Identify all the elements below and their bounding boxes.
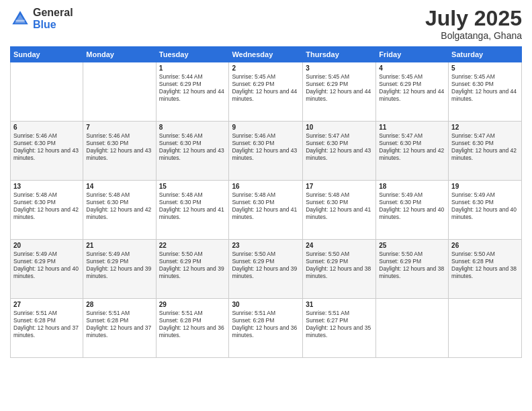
calendar-cell: 23 Sunrise: 5:50 AMSunset: 6:29 PMDaylig… [229, 240, 303, 299]
cell-content: 20 Sunrise: 5:49 AMSunset: 6:29 PMDaylig… [13, 242, 80, 280]
logo-general-text: General [33, 7, 73, 18]
cell-content: 6 Sunrise: 5:46 AMSunset: 6:30 PMDayligh… [13, 124, 80, 162]
cell-info: Sunrise: 5:51 AMSunset: 6:28 PMDaylight:… [159, 310, 226, 339]
day-number: 15 [159, 183, 226, 190]
cell-info: Sunrise: 5:45 AMSunset: 6:30 PMDaylight:… [451, 73, 519, 103]
calendar-cell: 20 Sunrise: 5:49 AMSunset: 6:29 PMDaylig… [11, 240, 83, 299]
cell-info: Sunrise: 5:46 AMSunset: 6:30 PMDaylight:… [159, 132, 226, 162]
cell-content: 16 Sunrise: 5:48 AMSunset: 6:30 PMDaylig… [232, 183, 300, 221]
day-number: 14 [86, 183, 152, 190]
cell-content: 19 Sunrise: 5:49 AMSunset: 6:30 PMDaylig… [451, 183, 519, 221]
day-number: 20 [13, 242, 80, 249]
cell-info: Sunrise: 5:51 AMSunset: 6:28 PMDaylight:… [232, 310, 300, 339]
week-row-4: 20 Sunrise: 5:49 AMSunset: 6:29 PMDaylig… [11, 240, 522, 299]
cell-info: Sunrise: 5:50 AMSunset: 6:29 PMDaylight:… [159, 250, 226, 280]
calendar-cell: 4 Sunrise: 5:45 AMSunset: 6:29 PMDayligh… [376, 62, 449, 122]
svg-rect-2 [15, 19, 24, 21]
calendar-cell: 11 Sunrise: 5:47 AMSunset: 6:30 PMDaylig… [376, 122, 449, 181]
cell-info: Sunrise: 5:50 AMSunset: 6:29 PMDaylight:… [232, 250, 300, 280]
cell-info: Sunrise: 5:45 AMSunset: 6:29 PMDaylight:… [232, 73, 300, 103]
weekday-saturday: Saturday [449, 47, 522, 62]
day-number: 2 [232, 64, 300, 72]
cell-content: 17 Sunrise: 5:48 AMSunset: 6:30 PMDaylig… [306, 183, 373, 221]
week-row-5: 27 Sunrise: 5:51 AMSunset: 6:28 PMDaylig… [11, 299, 522, 358]
week-row-2: 6 Sunrise: 5:46 AMSunset: 6:30 PMDayligh… [11, 122, 522, 181]
cell-info: Sunrise: 5:49 AMSunset: 6:29 PMDaylight:… [86, 250, 152, 280]
calendar-cell: 7 Sunrise: 5:46 AMSunset: 6:30 PMDayligh… [83, 122, 156, 181]
cell-content: 13 Sunrise: 5:48 AMSunset: 6:30 PMDaylig… [13, 183, 80, 221]
cell-content: 7 Sunrise: 5:46 AMSunset: 6:30 PMDayligh… [86, 124, 152, 162]
day-number: 17 [306, 183, 373, 190]
weekday-thursday: Thursday [303, 47, 376, 62]
calendar-cell: 26 Sunrise: 5:50 AMSunset: 6:28 PMDaylig… [449, 240, 522, 299]
calendar-cell: 5 Sunrise: 5:45 AMSunset: 6:30 PMDayligh… [449, 62, 522, 122]
calendar-cell: 29 Sunrise: 5:51 AMSunset: 6:28 PMDaylig… [156, 299, 229, 358]
cell-content: 8 Sunrise: 5:46 AMSunset: 6:30 PMDayligh… [159, 124, 226, 162]
logo-blue-text: Blue [33, 19, 56, 30]
calendar-cell: 16 Sunrise: 5:48 AMSunset: 6:30 PMDaylig… [229, 181, 303, 240]
day-number: 13 [13, 183, 80, 190]
cell-info: Sunrise: 5:46 AMSunset: 6:30 PMDaylight:… [232, 132, 300, 162]
day-number: 5 [451, 64, 519, 72]
calendar-cell: 15 Sunrise: 5:48 AMSunset: 6:30 PMDaylig… [156, 181, 229, 240]
day-number: 10 [306, 124, 373, 131]
calendar-cell: 21 Sunrise: 5:49 AMSunset: 6:29 PMDaylig… [83, 240, 156, 299]
cell-content: 15 Sunrise: 5:48 AMSunset: 6:30 PMDaylig… [159, 183, 226, 221]
weekday-sunday: Sunday [11, 47, 83, 62]
calendar-cell: 18 Sunrise: 5:49 AMSunset: 6:30 PMDaylig… [376, 181, 449, 240]
cell-info: Sunrise: 5:48 AMSunset: 6:30 PMDaylight:… [13, 191, 80, 221]
cell-info: Sunrise: 5:44 AMSunset: 6:29 PMDaylight:… [159, 73, 226, 103]
day-number: 26 [451, 242, 519, 249]
day-number: 25 [379, 242, 445, 249]
cell-content: 31 Sunrise: 5:51 AMSunset: 6:27 PMDaylig… [306, 301, 373, 339]
calendar-cell: 25 Sunrise: 5:50 AMSunset: 6:29 PMDaylig… [376, 240, 449, 299]
cell-content: 3 Sunrise: 5:45 AMSunset: 6:29 PMDayligh… [306, 64, 373, 103]
calendar-cell: 22 Sunrise: 5:50 AMSunset: 6:29 PMDaylig… [156, 240, 229, 299]
calendar-cell: 30 Sunrise: 5:51 AMSunset: 6:28 PMDaylig… [229, 299, 303, 358]
calendar-header: SundayMondayTuesdayWednesdayThursdayFrid… [11, 47, 522, 62]
cell-content: 4 Sunrise: 5:45 AMSunset: 6:29 PMDayligh… [379, 64, 445, 103]
cell-info: Sunrise: 5:47 AMSunset: 6:30 PMDaylight:… [306, 132, 373, 162]
calendar-cell: 24 Sunrise: 5:50 AMSunset: 6:29 PMDaylig… [303, 240, 376, 299]
cell-info: Sunrise: 5:49 AMSunset: 6:29 PMDaylight:… [13, 250, 80, 280]
cell-content: 26 Sunrise: 5:50 AMSunset: 6:28 PMDaylig… [451, 242, 519, 280]
week-row-1: 1 Sunrise: 5:44 AMSunset: 6:29 PMDayligh… [11, 62, 522, 122]
cell-info: Sunrise: 5:51 AMSunset: 6:28 PMDaylight:… [86, 310, 152, 339]
weekday-friday: Friday [376, 47, 449, 62]
day-number: 28 [86, 301, 152, 308]
cell-info: Sunrise: 5:51 AMSunset: 6:27 PMDaylight:… [306, 310, 373, 339]
calendar-cell: 13 Sunrise: 5:48 AMSunset: 6:30 PMDaylig… [11, 181, 83, 240]
calendar-cell: 14 Sunrise: 5:48 AMSunset: 6:30 PMDaylig… [83, 181, 156, 240]
day-number: 1 [159, 64, 226, 72]
calendar-body: 1 Sunrise: 5:44 AMSunset: 6:29 PMDayligh… [11, 62, 522, 358]
logo-icon [10, 9, 30, 29]
calendar-cell: 28 Sunrise: 5:51 AMSunset: 6:28 PMDaylig… [83, 299, 156, 358]
calendar-cell: 17 Sunrise: 5:48 AMSunset: 6:30 PMDaylig… [303, 181, 376, 240]
cell-content: 24 Sunrise: 5:50 AMSunset: 6:29 PMDaylig… [306, 242, 373, 280]
cell-content: 23 Sunrise: 5:50 AMSunset: 6:29 PMDaylig… [232, 242, 300, 280]
day-number: 18 [379, 183, 445, 190]
title-block: July 2025 Bolgatanga, Ghana [425, 7, 522, 41]
calendar-cell: 12 Sunrise: 5:47 AMSunset: 6:30 PMDaylig… [449, 122, 522, 181]
calendar-cell: 27 Sunrise: 5:51 AMSunset: 6:28 PMDaylig… [11, 299, 83, 358]
calendar-cell: 8 Sunrise: 5:46 AMSunset: 6:30 PMDayligh… [156, 122, 229, 181]
cell-info: Sunrise: 5:45 AMSunset: 6:29 PMDaylight:… [306, 73, 373, 103]
cell-content: 14 Sunrise: 5:48 AMSunset: 6:30 PMDaylig… [86, 183, 152, 221]
cell-info: Sunrise: 5:48 AMSunset: 6:30 PMDaylight:… [159, 191, 226, 221]
cell-info: Sunrise: 5:47 AMSunset: 6:30 PMDaylight:… [451, 132, 519, 162]
cell-info: Sunrise: 5:51 AMSunset: 6:28 PMDaylight:… [13, 310, 80, 339]
month-title: July 2025 [425, 7, 522, 30]
day-number: 7 [86, 124, 152, 131]
day-number: 16 [232, 183, 300, 190]
cell-info: Sunrise: 5:49 AMSunset: 6:30 PMDaylight:… [451, 191, 519, 221]
calendar-cell: 6 Sunrise: 5:46 AMSunset: 6:30 PMDayligh… [11, 122, 83, 181]
cell-info: Sunrise: 5:50 AMSunset: 6:29 PMDaylight:… [306, 250, 373, 280]
location: Bolgatanga, Ghana [425, 30, 522, 41]
cell-content: 5 Sunrise: 5:45 AMSunset: 6:30 PMDayligh… [451, 64, 519, 103]
cell-content: 22 Sunrise: 5:50 AMSunset: 6:29 PMDaylig… [159, 242, 226, 280]
cell-info: Sunrise: 5:50 AMSunset: 6:28 PMDaylight:… [451, 250, 519, 280]
cell-content: 11 Sunrise: 5:47 AMSunset: 6:30 PMDaylig… [379, 124, 445, 162]
day-number: 9 [232, 124, 300, 131]
weekday-wednesday: Wednesday [229, 47, 303, 62]
day-number: 22 [159, 242, 226, 249]
